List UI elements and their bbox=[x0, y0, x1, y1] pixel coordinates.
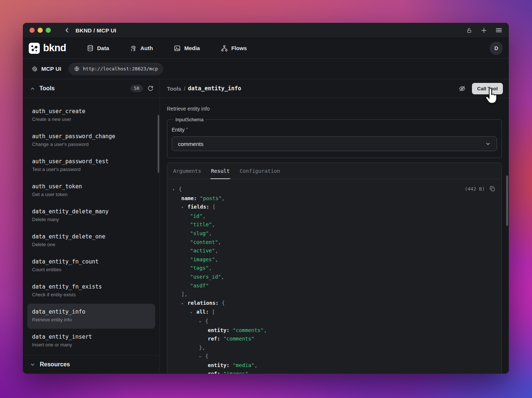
json-line: entity: "comments", bbox=[167, 326, 496, 335]
nav-item-label: Auth bbox=[140, 45, 153, 51]
breadcrumb-separator: / bbox=[184, 85, 185, 92]
tab-arguments[interactable]: Arguments bbox=[172, 163, 202, 179]
tool-desc: Insert one or many bbox=[32, 342, 150, 348]
json-line: ▾relations: { bbox=[167, 299, 496, 308]
json-line: ▾fields: [ bbox=[167, 203, 496, 212]
json-line: "tags", bbox=[167, 264, 496, 273]
collapse-caret-icon[interactable]: ▾ bbox=[199, 317, 205, 326]
tool-item-selected[interactable]: data_entity_info Retrieve entity info bbox=[27, 304, 155, 329]
lock-icon[interactable] bbox=[466, 27, 472, 34]
entity-select[interactable]: comments bbox=[172, 136, 497, 151]
json-line: entity: "media", bbox=[167, 361, 496, 370]
close-button[interactable] bbox=[29, 28, 35, 33]
json-line: "id", bbox=[167, 212, 496, 221]
tab-row: Arguments Result Configuration bbox=[167, 163, 501, 179]
input-schema-legend: InputSchema bbox=[174, 117, 206, 122]
back-button[interactable] bbox=[64, 27, 70, 33]
tool-item[interactable]: data_entity_fn_count Count entities bbox=[27, 254, 155, 279]
json-line: ▾all: [ bbox=[167, 308, 496, 317]
eye-off-icon[interactable] bbox=[459, 85, 466, 92]
json-line: ▾{ bbox=[167, 185, 496, 194]
mcp-page-title: MCP UI bbox=[41, 66, 61, 72]
nav-item-auth[interactable]: Auth bbox=[130, 45, 153, 52]
bknd-logo-icon bbox=[29, 43, 40, 54]
sidebar-scrollbar[interactable] bbox=[158, 115, 159, 173]
json-line: ], bbox=[167, 290, 496, 299]
tool-name: data_entity_info bbox=[32, 308, 150, 315]
tool-item[interactable]: data_entity_delete_one Delete one bbox=[27, 228, 155, 254]
tool-item[interactable]: auth_user_password_test Test a user's pa… bbox=[27, 153, 155, 178]
tool-desc: Count entities bbox=[32, 266, 150, 273]
tool-name: data_entity_fn_count bbox=[32, 258, 150, 265]
maximize-button[interactable] bbox=[46, 28, 51, 33]
collapse-caret-icon[interactable]: ▾ bbox=[181, 203, 188, 212]
tool-list: auth_user_create Create a new user auth_… bbox=[23, 98, 160, 356]
brand-logo[interactable]: bknd bbox=[29, 42, 66, 54]
tool-item[interactable]: data_entity_delete_many Delete many bbox=[27, 203, 155, 228]
nav-item-media[interactable]: Media bbox=[174, 45, 200, 52]
tools-section-header[interactable]: Tools 50 bbox=[23, 79, 160, 98]
result-size-label: (442 B) bbox=[465, 186, 485, 192]
menu-icon[interactable] bbox=[496, 27, 502, 33]
tool-desc: Delete one bbox=[32, 241, 150, 248]
tool-name: data_entity_insert bbox=[32, 333, 150, 341]
refresh-icon[interactable] bbox=[147, 85, 154, 92]
copy-icon[interactable] bbox=[489, 186, 496, 192]
tool-item[interactable]: auth_user_create Create a new user bbox=[27, 103, 155, 128]
json-line: ▾{ bbox=[167, 352, 496, 361]
new-tab-icon[interactable] bbox=[481, 27, 487, 34]
collapse-caret-icon[interactable]: ▾ bbox=[181, 299, 188, 308]
entity-select-value: comments bbox=[178, 141, 203, 147]
tool-name: data_entity_fn_exists bbox=[32, 283, 150, 290]
app-navbar: bknd Data Auth Media bbox=[23, 38, 509, 59]
json-line: ▾{ bbox=[167, 317, 496, 326]
json-tree: ▾{name: "posts",▾fields: ["id","title","… bbox=[167, 185, 496, 374]
entity-field-label: Entity* bbox=[172, 127, 497, 133]
chevron-up-icon bbox=[30, 86, 35, 91]
image-icon bbox=[174, 45, 181, 52]
breadcrumb-section[interactable]: Tools bbox=[167, 85, 181, 92]
nav-item-label: Flows bbox=[231, 45, 247, 51]
tools-section-label: Tools bbox=[39, 85, 55, 92]
tool-item[interactable]: data_entity_fn_exists Check if entity ex… bbox=[27, 279, 155, 304]
json-line: "images", bbox=[167, 255, 496, 264]
server-url: http://localhost:28623/mcp bbox=[83, 66, 158, 71]
collapse-caret-icon[interactable]: ▾ bbox=[190, 308, 196, 317]
collapse-caret-icon[interactable]: ▾ bbox=[199, 352, 205, 361]
nav-item-flows[interactable]: Flows bbox=[221, 45, 247, 52]
mcp-icon bbox=[31, 65, 38, 72]
json-line: "users_id", bbox=[167, 273, 496, 282]
tool-item[interactable]: data_entity_insert Insert one or many bbox=[27, 329, 155, 354]
database-icon bbox=[87, 45, 94, 52]
result-panel: Arguments Result Configuration (442 B) ▾… bbox=[167, 163, 502, 374]
json-line: "active", bbox=[167, 247, 496, 255]
json-result-area: (442 B) ▾{name: "posts",▾fields: ["id","… bbox=[167, 179, 501, 374]
tools-sidebar: Tools 50 auth_user_create Create a new u… bbox=[23, 79, 160, 373]
tool-description: Retrieve entity info bbox=[167, 106, 502, 112]
resources-section-header[interactable]: Resources bbox=[23, 356, 160, 373]
traffic-lights bbox=[29, 28, 51, 33]
json-line: name: "posts", bbox=[167, 194, 496, 203]
tool-desc: Check if entity exists bbox=[32, 291, 150, 298]
tab-result[interactable]: Result bbox=[210, 163, 231, 179]
breadcrumb-current: data_entity_info bbox=[188, 85, 241, 92]
nav-item-data[interactable]: Data bbox=[87, 45, 109, 52]
tab-configuration[interactable]: Configuration bbox=[239, 163, 281, 179]
tool-name: auth_user_password_change bbox=[32, 133, 150, 140]
minimize-button[interactable] bbox=[38, 28, 43, 33]
server-url-pill[interactable]: http://localhost:28623/mcp bbox=[69, 63, 164, 75]
brand-name: bknd bbox=[43, 42, 66, 54]
tool-name: data_entity_delete_many bbox=[32, 208, 150, 215]
collapse-caret-icon[interactable]: ▾ bbox=[172, 185, 179, 194]
json-line: "title", bbox=[167, 220, 496, 229]
chevron-down-icon bbox=[30, 362, 35, 367]
workflow-icon bbox=[221, 45, 228, 52]
tool-desc: Test a user's password bbox=[32, 166, 150, 173]
json-line: "slug", bbox=[167, 229, 496, 238]
user-avatar[interactable]: D bbox=[490, 42, 503, 55]
tool-item[interactable]: auth_user_token Get a user token bbox=[27, 178, 155, 203]
tool-item[interactable]: auth_user_password_change Change a user'… bbox=[27, 128, 155, 153]
tool-name: auth_user_password_test bbox=[32, 158, 150, 165]
window-scrollbar[interactable] bbox=[506, 175, 508, 226]
required-marker: * bbox=[186, 127, 188, 132]
